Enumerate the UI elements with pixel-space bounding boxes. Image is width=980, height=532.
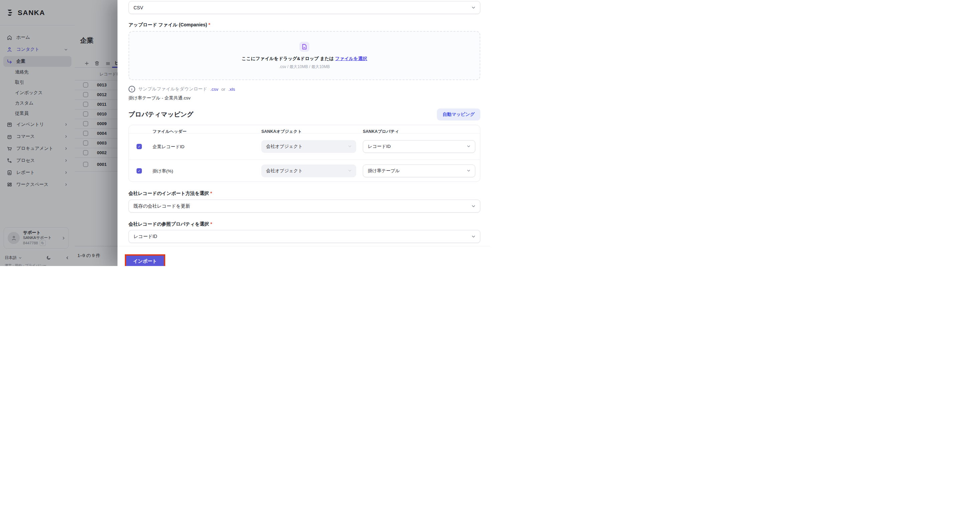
import-method-label: 会社レコードのインポート方法を選択* — [129, 191, 480, 197]
upload-file-label: アップロード ファイル (Companies)* — [129, 22, 480, 28]
sanka-object-select[interactable]: 会社オブジェクト — [261, 165, 356, 177]
browse-file-link[interactable]: ファイルを選択 — [335, 56, 367, 61]
chevron-down-icon — [347, 168, 352, 173]
import-drawer: CSV アップロード ファイル (Companies)* ここにファイルをドラッ… — [118, 0, 490, 266]
mapping-header: プロパティマッピング 自動マッピング — [129, 108, 480, 121]
chevron-down-icon — [347, 144, 352, 149]
app-root: SANKA ホーム コンタクト — [0, 0, 490, 266]
auto-mapping-button[interactable]: 自動マッピング — [437, 108, 480, 121]
chevron-down-icon — [471, 5, 476, 10]
drop-instruction: ここにファイルをドラッグ&ドロップ または — [242, 56, 334, 61]
label-text: 会社レコードの参照プロパティを選択 — [129, 221, 209, 227]
required-asterisk: * — [208, 22, 210, 27]
sample-csv-link[interactable]: .csv — [210, 87, 218, 92]
required-asterisk: * — [210, 221, 212, 227]
file-icon — [299, 42, 309, 52]
import-form: CSV アップロード ファイル (Companies)* ここにファイルをドラッ… — [118, 0, 490, 246]
sanka-object-select[interactable]: 会社オブジェクト — [261, 140, 356, 153]
label-text: 会社レコードのインポート方法を選択 — [129, 191, 209, 196]
sanka-property-select[interactable]: レコードID — [363, 140, 475, 153]
chevron-down-icon — [471, 203, 476, 209]
reference-property-value: レコードID — [134, 233, 157, 240]
select-value: 掛け率テーブル — [368, 168, 400, 174]
file-header-label: 掛け率(%) — [153, 168, 173, 174]
import-method-value: 既存の会社レコードを更新 — [134, 203, 190, 209]
mapping-table-header: ファイルヘッダー SANKAオブジェクト SANKAプロパティ — [129, 125, 480, 133]
file-header-label: 企業レコードID — [153, 144, 184, 150]
uploaded-filename: 掛け率テーブル - 企業共通.csv — [129, 95, 480, 101]
chevron-down-icon — [466, 168, 471, 173]
file-format-value: CSV — [134, 5, 143, 10]
import-button[interactable]: インポート — [126, 256, 164, 266]
sample-xls-link[interactable]: .xls — [228, 87, 235, 92]
file-format-select[interactable]: CSV — [129, 1, 480, 14]
sample-prefix: サンプルファイルをダウンロード — [138, 86, 207, 92]
required-asterisk: * — [210, 191, 212, 196]
annotation-highlight-box: インポート — [125, 254, 165, 266]
mapping-row: ✓ 掛け率(%) 会社オブジェクト 掛け率テーブル — [129, 160, 480, 182]
select-value: 会社オブジェクト — [266, 143, 303, 149]
sample-or: or — [221, 87, 225, 92]
mapping-checkbox[interactable]: ✓ — [137, 144, 142, 149]
reference-property-label: 会社レコードの参照プロパティを選択* — [129, 221, 480, 227]
mapping-row: ✓ 企業レコードID 会社オブジェクト レコードID — [129, 133, 480, 160]
import-method-select[interactable]: 既存の会社レコードを更新 — [129, 200, 480, 213]
chevron-down-icon — [471, 234, 476, 239]
mapping-title: プロパティマッピング — [129, 110, 193, 119]
reference-property-select[interactable]: レコードID — [129, 230, 480, 243]
select-value: レコードID — [368, 143, 391, 149]
dropzone-hint: .csv / 最大10MB / 最大10MB — [279, 64, 330, 70]
info-icon: i — [129, 86, 135, 92]
file-dropzone[interactable]: ここにファイルをドラッグ&ドロップ または ファイルを選択 .csv / 最大1… — [129, 31, 480, 80]
sanka-property-select[interactable]: 掛け率テーブル — [363, 165, 475, 177]
drawer-footer: インポート — [118, 246, 490, 266]
dropzone-text: ここにファイルをドラッグ&ドロップ または ファイルを選択 — [242, 56, 367, 62]
sample-download-row: i サンプルファイルをダウンロード .csv or .xls — [129, 86, 480, 92]
select-value: 会社オブジェクト — [266, 168, 303, 174]
mapping-checkbox[interactable]: ✓ — [137, 168, 142, 173]
chevron-down-icon — [466, 144, 471, 149]
label-text: アップロード ファイル (Companies) — [129, 22, 207, 27]
mapping-table: ファイルヘッダー SANKAオブジェクト SANKAプロパティ ✓ 企業レコード… — [129, 125, 480, 182]
